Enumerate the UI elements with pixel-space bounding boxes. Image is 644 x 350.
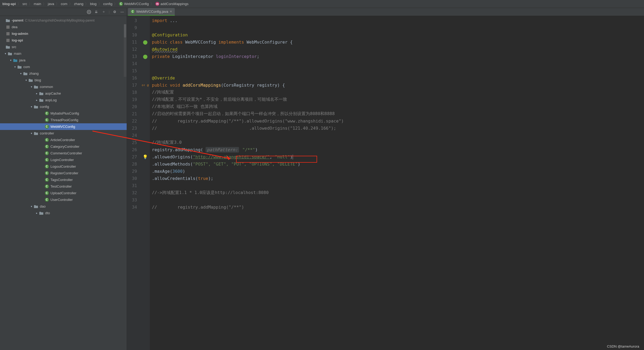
- tree-arrow-icon[interactable]: ▾: [4, 52, 7, 55]
- tree-item[interactable]: log-api: [0, 37, 127, 44]
- tree-item[interactable]: ▸aopLog: [0, 97, 127, 103]
- tree-item[interactable]: CLoginController: [0, 157, 127, 163]
- target-icon[interactable]: [87, 10, 91, 14]
- tree-item[interactable]: ▾config: [0, 103, 127, 110]
- tree-item[interactable]: ▾java: [0, 57, 127, 64]
- tree-item[interactable]: CLogoutController: [0, 163, 127, 170]
- tree-item[interactable]: ▾dao: [0, 203, 127, 210]
- code-line[interactable]: .allowedOrigins("http://www.zhangshidi.s…: [152, 153, 642, 161]
- svg-rect-3: [6, 32, 10, 35]
- minimize-icon[interactable]: —: [120, 10, 125, 14]
- code-line[interactable]: //启动的时候需要两个项目一起启动，如果两个端口号一样会冲突，所以分别设置为80…: [152, 110, 642, 117]
- line-number: 21: [129, 110, 137, 117]
- code-line[interactable]: import ...: [152, 17, 642, 24]
- code-line[interactable]: [152, 67, 642, 74]
- code-line[interactable]: [152, 196, 642, 204]
- code-line[interactable]: @Override: [152, 74, 642, 82]
- tree-label: java: [19, 58, 25, 62]
- tree-item[interactable]: ▾common: [0, 83, 127, 90]
- code-line[interactable]: @Configuration: [152, 31, 642, 39]
- tree-item[interactable]: ▾zhang: [0, 70, 127, 77]
- tree-arrow-icon[interactable]: ▸: [35, 92, 38, 95]
- tree-item[interactable]: ▾main: [0, 50, 127, 57]
- crumb-method[interactable]: maddCorsMappings: [154, 2, 190, 6]
- tree-arrow-icon[interactable]: ▾: [30, 132, 33, 135]
- code-line[interactable]: [152, 132, 642, 139]
- tree-item[interactable]: dea: [0, 24, 127, 30]
- tree-arrow-icon[interactable]: ▾: [19, 72, 22, 75]
- crumb[interactable]: com: [60, 2, 69, 6]
- crumb[interactable]: blog-api: [1, 2, 17, 6]
- tree-item[interactable]: CMybatisPlusConfig: [0, 110, 127, 117]
- tree-item[interactable]: ▾blog: [0, 77, 127, 83]
- tree-item[interactable]: CCategoryController: [0, 143, 127, 150]
- divider-icon[interactable]: ÷: [101, 10, 106, 14]
- class-icon: C: [45, 118, 49, 122]
- class-icon: C: [45, 178, 49, 182]
- code-line[interactable]: .allowCredentials(true);: [152, 175, 642, 182]
- tree-item[interactable]: CArticleController: [0, 137, 127, 143]
- tree-item[interactable]: CTestController: [0, 183, 127, 190]
- tree-item[interactable]: CThreadPoolConfig: [0, 117, 127, 123]
- tree-arrow-icon[interactable]: ▸: [35, 99, 38, 102]
- code-line[interactable]: .maxAge(3600): [152, 168, 642, 175]
- crumb[interactable]: config: [102, 2, 114, 6]
- code-line[interactable]: .allowedMethods("POST", "GET", "PUT", "O…: [152, 161, 642, 168]
- tree-arrow-icon[interactable]: ▾: [13, 65, 16, 68]
- scrollbar[interactable]: [123, 24, 127, 77]
- code-line[interactable]: public class WebMVCConfig implements Web…: [152, 39, 642, 46]
- code-line[interactable]: //跨域配置，不可设置为*，不安全，前后端分离项目，可能域名不一致: [152, 96, 642, 103]
- editor-body[interactable]: 3910111213141516171819202122232425262728…: [127, 16, 644, 350]
- tree-item-selected[interactable]: CWebMVCConfig: [0, 123, 127, 130]
- code-line[interactable]: //本地测试 端口不一致 也算跨域: [152, 103, 642, 110]
- tree-item[interactable]: CRegisterController: [0, 170, 127, 176]
- breadcrumbs: blog-api〉 src〉 main〉 java〉 com〉 zhang〉 b…: [0, 0, 644, 8]
- tree-label: dea: [12, 25, 18, 29]
- code-line[interactable]: [152, 60, 642, 67]
- tree-arrow-icon[interactable]: ▾: [30, 105, 33, 108]
- tree-arrow-icon[interactable]: ▾: [24, 79, 28, 82]
- close-icon[interactable]: ✕: [170, 10, 172, 13]
- tree-item[interactable]: CCommentsController: [0, 150, 127, 157]
- tree-arrow-icon[interactable]: ▾: [30, 205, 33, 208]
- crumb-class[interactable]: CWebMVCConfig: [118, 2, 150, 6]
- code-line[interactable]: //->跨域配置1.1 * 1.0应该是http://localhost:808…: [152, 189, 642, 196]
- crumb[interactable]: blog: [89, 2, 98, 6]
- tree-item[interactable]: ▾controller: [0, 130, 127, 137]
- gutter-spring-icon: ⬤: [141, 39, 150, 46]
- editor-tab[interactable]: C WebMVCConfig.java ✕: [128, 8, 175, 16]
- code-line[interactable]: //跨域配置3.0: [152, 139, 642, 146]
- code-line[interactable]: @Autowired: [152, 46, 642, 53]
- code-line[interactable]: //跨域配置: [152, 89, 642, 96]
- tree-item[interactable]: ▾com: [0, 64, 127, 70]
- tree-arrow-icon[interactable]: ▾: [9, 59, 12, 62]
- tree-item[interactable]: CUploadController: [0, 190, 127, 196]
- code-line[interactable]: [152, 182, 642, 189]
- code-line[interactable]: private LoginInterceptor loginIntercepto…: [152, 53, 642, 60]
- tree-item[interactable]: CTagsController: [0, 176, 127, 183]
- crumb[interactable]: src: [22, 2, 28, 6]
- tree-arrow-icon[interactable]: ▸: [35, 212, 38, 214]
- tree-arrow-icon[interactable]: ▾: [30, 85, 33, 88]
- class-icon: C: [45, 184, 49, 189]
- tree-item[interactable]: CUserController: [0, 196, 127, 203]
- tree-item[interactable]: ▸dto: [0, 210, 127, 216]
- tree-item[interactable]: log-admin: [0, 30, 127, 37]
- expand-icon[interactable]: ⇊: [94, 10, 99, 14]
- tree-item[interactable]: src: [0, 44, 127, 50]
- crumb[interactable]: java: [47, 2, 55, 6]
- code-line[interactable]: // .allowedOrigins("121.40.249.166");: [152, 125, 642, 132]
- code-line[interactable]: public void addCorsMappings(CorsRegistry…: [152, 82, 642, 89]
- code-line[interactable]: registry.addMapping( pathPattern: "/**"): [152, 146, 642, 153]
- project-tree[interactable]: -parentC:\Users\zhangshidi\Desktop\MyBlo…: [0, 16, 127, 350]
- tree-item[interactable]: -parentC:\Users\zhangshidi\Desktop\MyBlo…: [0, 17, 127, 24]
- tree-item[interactable]: ▸aopCache: [0, 90, 127, 97]
- gutter-blank: [141, 89, 150, 96]
- crumb[interactable]: zhang: [73, 2, 84, 6]
- code-line[interactable]: [152, 24, 642, 31]
- code-line[interactable]: // registry.addMapping("/**"): [152, 204, 642, 211]
- code-area[interactable]: import ...@Configurationpublic class Web…: [150, 16, 644, 350]
- gear-icon[interactable]: ⚙: [112, 10, 117, 14]
- code-line[interactable]: // registry.addMapping("/**").allowedOri…: [152, 117, 642, 125]
- crumb[interactable]: main: [33, 2, 42, 6]
